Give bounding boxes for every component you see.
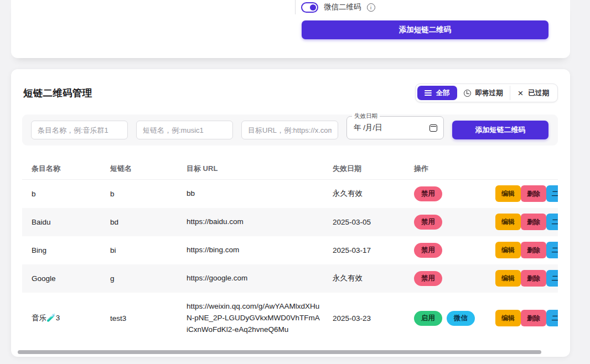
wechat-qrcode-toggle-label: 微信二维码 bbox=[324, 2, 361, 12]
cell-url: https://google.com bbox=[187, 264, 333, 293]
cell-name: b bbox=[32, 190, 110, 198]
delete-button[interactable]: 删除 bbox=[521, 185, 546, 202]
target-url-input[interactable] bbox=[241, 121, 338, 139]
cell-actions: 编辑删除二维码 bbox=[495, 242, 558, 258]
edit-button[interactable]: 编辑 bbox=[495, 185, 521, 202]
list-icon bbox=[425, 89, 432, 97]
cell-status: 启用微信 bbox=[414, 311, 495, 326]
x-icon bbox=[517, 89, 525, 97]
cell-status: 禁用 bbox=[414, 186, 495, 201]
column-header: 条目名称 bbox=[32, 164, 110, 174]
column-header: 目标 URL bbox=[187, 164, 333, 174]
column-header: 短链名 bbox=[110, 164, 187, 174]
entry-name-input[interactable] bbox=[31, 121, 128, 139]
filter-expired[interactable]: 已过期 bbox=[510, 86, 556, 100]
wechat-qrcode-toggle[interactable] bbox=[301, 2, 318, 13]
calendar-icon[interactable] bbox=[429, 124, 437, 132]
edit-button[interactable]: 编辑 bbox=[495, 242, 521, 258]
qrcode-button[interactable]: 二维码 bbox=[546, 270, 558, 287]
cell-slug: b bbox=[110, 190, 187, 198]
filter-label: 全部 bbox=[436, 89, 450, 98]
table-body: bbbb永久有效禁用编辑删除二维码Baidubdhttps://baidu.co… bbox=[22, 180, 558, 344]
table-row: Bingbihttps://bing.com2025-03-17禁用编辑删除二维… bbox=[22, 236, 558, 264]
cell-expires: 2025-03-05 bbox=[333, 218, 414, 226]
cell-slug: g bbox=[110, 274, 187, 283]
info-icon[interactable] bbox=[367, 3, 375, 12]
qrcode-button[interactable]: 二维码 bbox=[546, 214, 558, 230]
cell-slug: bi bbox=[110, 246, 187, 254]
qrcode-button[interactable]: 二维码 bbox=[546, 310, 558, 326]
cell-expires: 永久有效 bbox=[333, 273, 414, 283]
create-form: 失效日期 年 /月/日 添加短链二维码 bbox=[22, 115, 558, 145]
edit-button[interactable]: 编辑 bbox=[495, 270, 521, 287]
delete-button[interactable]: 删除 bbox=[521, 310, 546, 326]
filter-label: 即将过期 bbox=[475, 89, 503, 98]
table-row: bbbb永久有效禁用编辑删除二维码 bbox=[22, 180, 558, 208]
edit-button[interactable]: 编辑 bbox=[495, 310, 521, 326]
filter-all[interactable]: 全部 bbox=[417, 86, 457, 100]
cell-expires: 2025-03-23 bbox=[333, 314, 414, 323]
cell-url: bb bbox=[187, 180, 333, 208]
cell-expires: 2025-03-17 bbox=[333, 246, 414, 254]
cell-name: Baidu bbox=[32, 218, 110, 226]
filter-group: 全部即将过期已过期 bbox=[415, 84, 558, 102]
column-header: 失效日期 bbox=[333, 164, 414, 174]
qrcode-button[interactable]: 二维码 bbox=[546, 242, 558, 258]
horizontal-scrollbar-thumb[interactable] bbox=[18, 350, 541, 354]
cell-url: https://weixin.qq.com/g/AwYAAMlxdXHuN-pN… bbox=[187, 293, 333, 344]
table-row: 音乐🧪3test3https://weixin.qq.com/g/AwYAAMl… bbox=[22, 293, 558, 344]
cell-name: Bing bbox=[32, 246, 110, 254]
shortlink-manager-card: 短链二维码管理 全部即将过期已过期 失效日期 年 /月/日 添加短链二维码 条目… bbox=[11, 69, 570, 357]
clock-icon bbox=[464, 89, 472, 97]
date-placeholder: 年 /月/日 bbox=[354, 117, 382, 139]
delete-button[interactable]: 删除 bbox=[521, 242, 546, 258]
cell-status: 禁用 bbox=[414, 215, 495, 230]
table-header-row: 条目名称短链名目标 URL失效日期操作 bbox=[22, 158, 558, 180]
status-badge-wechat[interactable]: 微信 bbox=[447, 311, 475, 326]
qrcode-button[interactable]: 二维码 bbox=[546, 185, 558, 202]
cell-slug: bd bbox=[110, 218, 187, 226]
cell-actions: 编辑删除二维码 bbox=[495, 185, 558, 202]
cell-name: Google bbox=[32, 274, 110, 283]
cell-expires: 永久有效 bbox=[333, 189, 414, 199]
page-title: 短链二维码管理 bbox=[23, 86, 92, 100]
add-shortlink-qrcode-button[interactable]: 添加短链二维码 bbox=[302, 20, 548, 39]
cell-status: 禁用 bbox=[414, 243, 495, 258]
submit-add-button[interactable]: 添加短链二维码 bbox=[452, 121, 548, 139]
panel-divider bbox=[295, 0, 296, 14]
table-row: Googleghttps://google.com永久有效禁用编辑删除二维码 bbox=[22, 264, 558, 293]
expiry-date-field[interactable]: 失效日期 年 /月/日 bbox=[346, 116, 444, 139]
cell-url: https://baidu.com bbox=[187, 208, 333, 236]
cell-url: https://bing.com bbox=[187, 236, 333, 264]
add-qrcode-card: 微信二维码 添加短链二维码 bbox=[11, 0, 570, 58]
status-badge-danger[interactable]: 禁用 bbox=[414, 215, 442, 230]
table-scroll-area[interactable]: 条目名称短链名目标 URL失效日期操作 bbbb永久有效禁用编辑删除二维码Bai… bbox=[22, 158, 558, 344]
status-badge-danger[interactable]: 禁用 bbox=[414, 186, 442, 201]
delete-button[interactable]: 删除 bbox=[521, 270, 546, 287]
edit-button[interactable]: 编辑 bbox=[495, 214, 521, 230]
cell-status: 禁用 bbox=[414, 271, 495, 286]
filter-label: 已过期 bbox=[529, 89, 550, 98]
delete-button[interactable]: 删除 bbox=[521, 214, 546, 230]
wechat-toggle-row: 微信二维码 bbox=[301, 1, 375, 13]
cell-slug: test3 bbox=[110, 314, 187, 323]
toggle-knob bbox=[310, 4, 316, 11]
status-badge-danger[interactable]: 禁用 bbox=[414, 243, 442, 258]
table-row: Baidubdhttps://baidu.com2025-03-05禁用编辑删除… bbox=[22, 208, 558, 236]
status-badge-success[interactable]: 启用 bbox=[414, 311, 442, 326]
card-header: 短链二维码管理 全部即将过期已过期 bbox=[23, 84, 558, 102]
slug-input[interactable] bbox=[136, 121, 233, 139]
cell-name: 音乐🧪3 bbox=[32, 313, 110, 323]
status-badge-danger[interactable]: 禁用 bbox=[414, 271, 442, 286]
column-header: 操作 bbox=[414, 164, 495, 174]
cell-actions: 编辑删除二维码 bbox=[495, 270, 558, 287]
cell-actions: 编辑删除二维码 bbox=[495, 214, 558, 230]
filter-expiring[interactable]: 即将过期 bbox=[457, 86, 510, 100]
cell-actions: 编辑删除二维码 bbox=[495, 310, 558, 326]
table: 条目名称短链名目标 URL失效日期操作 bbbb永久有效禁用编辑删除二维码Bai… bbox=[22, 158, 558, 344]
